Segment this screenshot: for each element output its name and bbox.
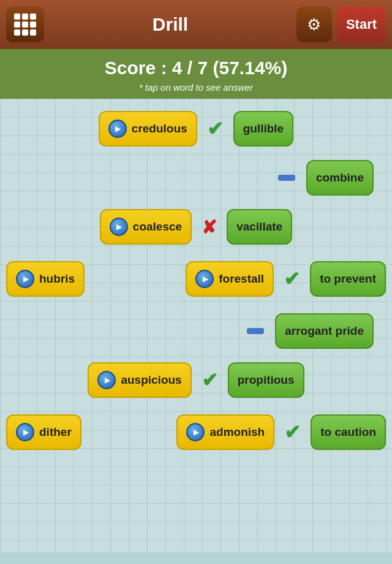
grid-menu-button[interactable]	[6, 7, 44, 42]
unanswered-dash-2	[278, 175, 295, 181]
row7-left-group: dither	[6, 414, 81, 450]
answer-gullible: gullible	[243, 122, 284, 135]
word-auspicious: auspicious	[121, 373, 181, 387]
word-card-credulous[interactable]: credulous	[99, 111, 197, 147]
answer-card-gullible[interactable]: gullible	[233, 111, 294, 147]
row4-left-group: hubris	[6, 261, 85, 297]
correct-mark-7: ✔	[284, 421, 301, 444]
start-button[interactable]: Start	[337, 7, 386, 42]
word-forestall: forestall	[219, 272, 264, 286]
arrow-icon-7b	[186, 423, 205, 441]
arrow-icon-4b	[195, 270, 214, 288]
answer-card-to-caution[interactable]: to caution	[311, 414, 386, 450]
answer-card-vacillate[interactable]: vacillate	[227, 209, 292, 245]
drill-row-6: auspicious ✔ propitious	[0, 362, 392, 398]
correct-mark-6: ✔	[202, 368, 218, 392]
start-label: Start	[346, 17, 377, 32]
row4-right-group: forestall ✔ to prevent	[186, 261, 386, 297]
unanswered-dash-5	[247, 328, 264, 334]
word-dither: dither	[39, 425, 72, 439]
answer-card-combine[interactable]: combine	[306, 160, 374, 196]
answer-propitious: propitious	[238, 373, 295, 387]
score-hint: * tap on word to see answer	[0, 82, 392, 93]
arrow-icon	[108, 120, 127, 138]
main-content: credulous ✔ gullible combine coalesce ✘ …	[0, 99, 392, 552]
word-card-dither[interactable]: dither	[6, 414, 81, 450]
correct-mark-4: ✔	[284, 267, 300, 291]
drill-row-2: combine	[0, 160, 392, 196]
settings-button[interactable]: ⚙	[296, 7, 332, 42]
word-card-admonish[interactable]: admonish	[176, 414, 274, 450]
wrong-mark-3: ✘	[202, 216, 217, 238]
answer-arrogant-pride: arrogant pride	[285, 324, 364, 338]
score-text: Score : 4 / 7 (57.14%)	[0, 58, 392, 78]
drill-row-7: dither admonish ✔ to caution	[0, 414, 392, 450]
answer-combine: combine	[316, 171, 364, 185]
answer-card-propitious[interactable]: propitious	[228, 362, 304, 398]
answer-vacillate: vacillate	[236, 220, 282, 234]
score-area: Score : 4 / 7 (57.14%) * tap on word to …	[0, 49, 392, 99]
word-card-forestall[interactable]: forestall	[186, 261, 274, 297]
header-actions: ⚙ Start	[296, 7, 386, 42]
arrow-icon-7	[16, 423, 34, 441]
word-coalesce: coalesce	[133, 220, 182, 234]
drill-row-1: credulous ✔ gullible	[0, 111, 392, 147]
app-header: Drill ⚙ Start	[0, 0, 392, 49]
word-admonish: admonish	[209, 425, 265, 439]
word-card-coalesce[interactable]: coalesce	[100, 209, 192, 245]
page-title: Drill	[153, 14, 188, 35]
correct-mark-1: ✔	[207, 117, 224, 140]
arrow-icon-3	[110, 218, 128, 236]
drill-row-3: coalesce ✘ vacillate	[0, 209, 392, 245]
drill-row-4: hubris forestall ✔ to prevent	[0, 261, 392, 297]
word-hubris: hubris	[39, 272, 75, 286]
word-card-auspicious[interactable]: auspicious	[88, 362, 191, 398]
row7-right-group: admonish ✔ to caution	[176, 414, 386, 450]
grid-icon	[14, 13, 36, 36]
drill-row-5: arrogant pride	[0, 313, 392, 349]
answer-to-caution: to caution	[320, 425, 376, 439]
word-credulous: credulous	[132, 122, 187, 135]
arrow-icon-4	[16, 270, 34, 288]
answer-to-prevent: to prevent	[320, 272, 376, 286]
arrow-icon-6	[97, 371, 116, 389]
gear-icon: ⚙	[307, 15, 321, 34]
word-card-hubris[interactable]: hubris	[6, 261, 85, 297]
answer-card-arrogant-pride[interactable]: arrogant pride	[275, 313, 374, 349]
answer-card-to-prevent[interactable]: to prevent	[310, 261, 386, 297]
